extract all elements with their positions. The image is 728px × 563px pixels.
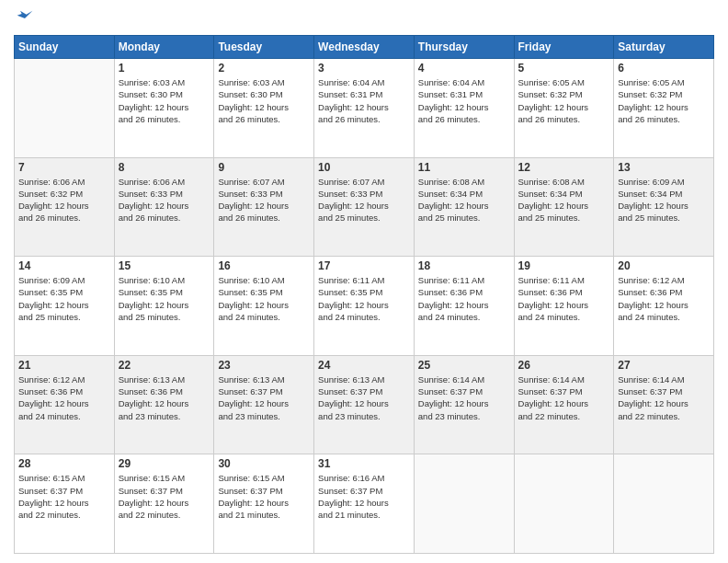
header-sunday: Sunday	[15, 36, 115, 59]
day-number: 6	[618, 62, 710, 75]
table-row: 7Sunrise: 6:06 AM Sunset: 6:32 PM Daylig…	[15, 157, 115, 257]
day-number: 22	[119, 359, 210, 372]
calendar-week-row: 14Sunrise: 6:09 AM Sunset: 6:35 PM Dayli…	[15, 257, 714, 356]
calendar-header-row: Sunday Monday Tuesday Wednesday Thursday…	[15, 36, 714, 59]
day-number: 31	[318, 457, 410, 470]
table-row: 29Sunrise: 6:15 AM Sunset: 6:37 PM Dayli…	[114, 454, 214, 554]
table-row: 21Sunrise: 6:12 AM Sunset: 6:36 PM Dayli…	[15, 355, 115, 454]
table-row: 10Sunrise: 6:07 AM Sunset: 6:33 PM Dayli…	[314, 157, 415, 257]
day-number: 8	[119, 161, 210, 174]
day-number: 2	[218, 62, 310, 75]
day-info: Sunrise: 6:14 AM Sunset: 6:37 PM Dayligh…	[618, 373, 710, 422]
table-row: 15Sunrise: 6:10 AM Sunset: 6:35 PM Dayli…	[114, 257, 214, 356]
table-row: 14Sunrise: 6:09 AM Sunset: 6:35 PM Dayli…	[15, 257, 115, 356]
day-number: 16	[218, 259, 310, 272]
table-row: 17Sunrise: 6:11 AM Sunset: 6:35 PM Dayli…	[314, 257, 415, 356]
day-number: 14	[18, 259, 110, 272]
table-row	[414, 454, 514, 554]
day-info: Sunrise: 6:13 AM Sunset: 6:37 PM Dayligh…	[218, 373, 310, 422]
header-thursday: Thursday	[414, 36, 514, 59]
table-row: 16Sunrise: 6:10 AM Sunset: 6:35 PM Dayli…	[214, 257, 314, 356]
day-info: Sunrise: 6:16 AM Sunset: 6:37 PM Dayligh…	[318, 472, 410, 521]
day-info: Sunrise: 6:12 AM Sunset: 6:36 PM Dayligh…	[18, 373, 110, 422]
day-info: Sunrise: 6:06 AM Sunset: 6:32 PM Dayligh…	[18, 176, 110, 224]
day-info: Sunrise: 6:04 AM Sunset: 6:31 PM Dayligh…	[318, 76, 410, 125]
day-info: Sunrise: 6:07 AM Sunset: 6:33 PM Dayligh…	[318, 176, 410, 224]
table-row	[614, 454, 714, 554]
day-number: 12	[518, 161, 610, 174]
day-info: Sunrise: 6:04 AM Sunset: 6:31 PM Dayligh…	[418, 76, 510, 125]
day-number: 9	[218, 161, 310, 174]
day-info: Sunrise: 6:05 AM Sunset: 6:32 PM Dayligh…	[618, 76, 710, 125]
calendar-week-row: 28Sunrise: 6:15 AM Sunset: 6:37 PM Dayli…	[15, 454, 714, 554]
table-row: 3Sunrise: 6:04 AM Sunset: 6:31 PM Daylig…	[314, 59, 415, 158]
day-info: Sunrise: 6:03 AM Sunset: 6:30 PM Dayligh…	[119, 76, 210, 125]
table-row: 6Sunrise: 6:05 AM Sunset: 6:32 PM Daylig…	[614, 59, 714, 158]
table-row: 31Sunrise: 6:16 AM Sunset: 6:37 PM Dayli…	[314, 454, 415, 554]
day-number: 23	[218, 359, 310, 372]
table-row: 23Sunrise: 6:13 AM Sunset: 6:37 PM Dayli…	[214, 355, 314, 454]
day-number: 25	[418, 359, 510, 372]
logo-bird-icon	[16, 9, 34, 28]
day-number: 15	[119, 259, 210, 272]
day-info: Sunrise: 6:13 AM Sunset: 6:37 PM Dayligh…	[318, 373, 410, 422]
day-info: Sunrise: 6:11 AM Sunset: 6:36 PM Dayligh…	[418, 274, 510, 323]
day-number: 26	[518, 359, 610, 372]
table-row: 5Sunrise: 6:05 AM Sunset: 6:32 PM Daylig…	[514, 59, 614, 158]
day-number: 13	[618, 161, 710, 174]
day-number: 1	[119, 62, 210, 75]
table-row: 22Sunrise: 6:13 AM Sunset: 6:36 PM Dayli…	[114, 355, 214, 454]
day-info: Sunrise: 6:06 AM Sunset: 6:33 PM Dayligh…	[119, 176, 210, 224]
page: Sunday Monday Tuesday Wednesday Thursday…	[0, 0, 728, 563]
table-row: 25Sunrise: 6:14 AM Sunset: 6:37 PM Dayli…	[414, 355, 514, 454]
day-number: 3	[318, 62, 410, 75]
header-saturday: Saturday	[614, 36, 714, 59]
table-row: 9Sunrise: 6:07 AM Sunset: 6:33 PM Daylig…	[214, 157, 314, 257]
table-row: 30Sunrise: 6:15 AM Sunset: 6:37 PM Dayli…	[214, 454, 314, 554]
day-number: 24	[318, 359, 410, 372]
day-number: 28	[18, 457, 110, 470]
table-row: 1Sunrise: 6:03 AM Sunset: 6:30 PM Daylig…	[114, 59, 214, 158]
calendar-week-row: 21Sunrise: 6:12 AM Sunset: 6:36 PM Dayli…	[15, 355, 714, 454]
day-number: 5	[518, 62, 610, 75]
day-info: Sunrise: 6:08 AM Sunset: 6:34 PM Dayligh…	[418, 176, 510, 224]
day-number: 29	[119, 457, 210, 470]
table-row: 13Sunrise: 6:09 AM Sunset: 6:34 PM Dayli…	[614, 157, 714, 257]
table-row: 26Sunrise: 6:14 AM Sunset: 6:37 PM Dayli…	[514, 355, 614, 454]
day-info: Sunrise: 6:11 AM Sunset: 6:35 PM Dayligh…	[318, 274, 410, 323]
day-number: 17	[318, 259, 410, 272]
day-info: Sunrise: 6:14 AM Sunset: 6:37 PM Dayligh…	[418, 373, 510, 422]
header-monday: Monday	[114, 36, 214, 59]
header-friday: Friday	[514, 36, 614, 59]
day-info: Sunrise: 6:12 AM Sunset: 6:36 PM Dayligh…	[618, 274, 710, 323]
table-row	[514, 454, 614, 554]
day-info: Sunrise: 6:07 AM Sunset: 6:33 PM Dayligh…	[218, 176, 310, 224]
day-info: Sunrise: 6:11 AM Sunset: 6:36 PM Dayligh…	[518, 274, 610, 323]
table-row: 20Sunrise: 6:12 AM Sunset: 6:36 PM Dayli…	[614, 257, 714, 356]
day-number: 19	[518, 259, 610, 272]
calendar-week-row: 7Sunrise: 6:06 AM Sunset: 6:32 PM Daylig…	[15, 157, 714, 257]
table-row: 24Sunrise: 6:13 AM Sunset: 6:37 PM Dayli…	[314, 355, 415, 454]
day-info: Sunrise: 6:09 AM Sunset: 6:34 PM Dayligh…	[618, 176, 710, 224]
day-info: Sunrise: 6:05 AM Sunset: 6:32 PM Dayligh…	[518, 76, 610, 125]
table-row: 8Sunrise: 6:06 AM Sunset: 6:33 PM Daylig…	[114, 157, 214, 257]
table-row: 12Sunrise: 6:08 AM Sunset: 6:34 PM Dayli…	[514, 157, 614, 257]
table-row: 11Sunrise: 6:08 AM Sunset: 6:34 PM Dayli…	[414, 157, 514, 257]
day-info: Sunrise: 6:15 AM Sunset: 6:37 PM Dayligh…	[119, 472, 210, 521]
calendar-week-row: 1Sunrise: 6:03 AM Sunset: 6:30 PM Daylig…	[15, 59, 714, 158]
logo	[14, 9, 34, 28]
day-number: 11	[418, 161, 510, 174]
day-info: Sunrise: 6:03 AM Sunset: 6:30 PM Dayligh…	[218, 76, 310, 125]
day-number: 30	[218, 457, 310, 470]
table-row: 28Sunrise: 6:15 AM Sunset: 6:37 PM Dayli…	[15, 454, 115, 554]
table-row: 27Sunrise: 6:14 AM Sunset: 6:37 PM Dayli…	[614, 355, 714, 454]
day-info: Sunrise: 6:10 AM Sunset: 6:35 PM Dayligh…	[119, 274, 210, 323]
day-info: Sunrise: 6:14 AM Sunset: 6:37 PM Dayligh…	[518, 373, 610, 422]
day-number: 4	[418, 62, 510, 75]
calendar-table: Sunday Monday Tuesday Wednesday Thursday…	[14, 35, 714, 554]
header-tuesday: Tuesday	[214, 36, 314, 59]
day-info: Sunrise: 6:10 AM Sunset: 6:35 PM Dayligh…	[218, 274, 310, 323]
table-row: 19Sunrise: 6:11 AM Sunset: 6:36 PM Dayli…	[514, 257, 614, 356]
header-wednesday: Wednesday	[314, 36, 415, 59]
table-row: 18Sunrise: 6:11 AM Sunset: 6:36 PM Dayli…	[414, 257, 514, 356]
